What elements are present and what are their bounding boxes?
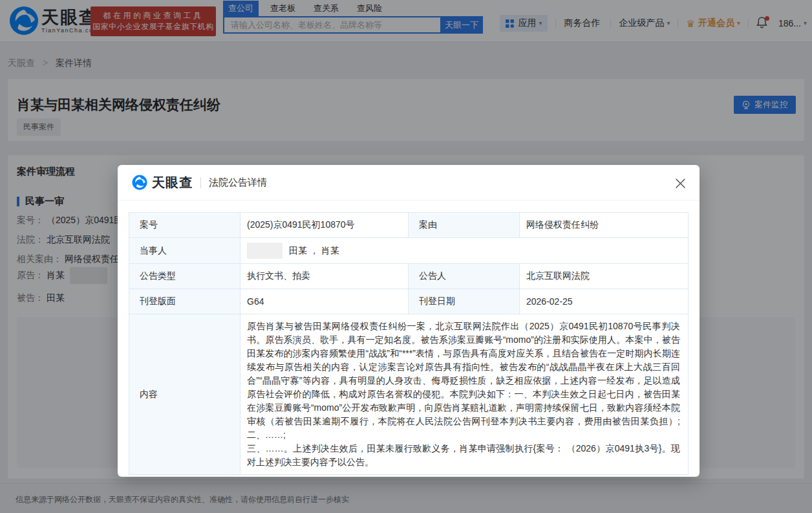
- modal-brand-divider: [200, 177, 201, 188]
- table-row: 当事人 田某 ， 肖某: [129, 238, 689, 264]
- content-paragraph-2: 三、……。上述判决生效后，田某未履行致歉义务，肖某申请强制执行{案号： （202…: [247, 442, 680, 469]
- publish-date-label: 刊登日期: [409, 289, 520, 314]
- notice-detail-table: 案号 (2025)京0491民初10870号 案由 网络侵权责任纠纷 当事人 田…: [129, 212, 689, 475]
- announcer-label: 公告人: [409, 264, 520, 289]
- modal-header: 天眼查 法院公告详情: [118, 165, 700, 201]
- table-row: 刊登版面 G64 刊登日期 2026-02-25: [129, 289, 689, 314]
- modal-brand: 天眼查: [152, 174, 193, 191]
- close-icon[interactable]: [672, 175, 688, 191]
- parties-value: 田某 ， 肖某: [289, 245, 339, 257]
- cause-label: 案由: [409, 213, 520, 238]
- announcer-value: 北京互联网法院: [520, 264, 689, 289]
- table-row: 公告类型 执行文书、拍卖 公告人 北京互联网法院: [129, 264, 689, 289]
- parties-label: 当事人: [129, 238, 240, 264]
- tianyancha-swirl-icon: [132, 175, 147, 190]
- publish-date-value: 2026-02-25: [520, 289, 689, 314]
- parties-value-cell: 田某 ， 肖某: [240, 238, 689, 264]
- content-label: 内容: [129, 314, 240, 475]
- modal-body: 案号 (2025)京0491民初10870号 案由 网络侵权责任纠纷 当事人 田…: [118, 201, 700, 486]
- page-value: G64: [240, 289, 409, 314]
- content-paragraph-1: 原告肖某与被告田某网络侵权责任纠纷一案，北京互联网法院作出（2025）京0491…: [247, 320, 680, 442]
- notice-type-value: 执行文书、拍卖: [240, 264, 409, 289]
- redacted-avatar: [247, 243, 283, 259]
- case-no-label: 案号: [129, 213, 240, 238]
- notice-type-label: 公告类型: [129, 264, 240, 289]
- content-value-cell: 原告肖某与被告田某网络侵权责任纠纷一案，北京互联网法院作出（2025）京0491…: [240, 314, 689, 475]
- table-row: 内容 原告肖某与被告田某网络侵权责任纠纷一案，北京互联网法院作出（2025）京0…: [129, 314, 689, 475]
- case-no-value: (2025)京0491民初10870号: [240, 213, 409, 238]
- page-label: 刊登版面: [129, 289, 240, 314]
- modal-title: 法院公告详情: [209, 177, 267, 189]
- court-notice-modal: 天眼查 法院公告详情 案号 (2025)京0491民初10870号 案由 网络侵…: [118, 165, 700, 477]
- page: 天眼查 TianYanCha.com 都在用的商业查询工具 国家中小企业发展子基…: [0, 0, 812, 513]
- table-row: 案号 (2025)京0491民初10870号 案由 网络侵权责任纠纷: [129, 213, 689, 238]
- cause-value: 网络侵权责任纠纷: [520, 213, 689, 238]
